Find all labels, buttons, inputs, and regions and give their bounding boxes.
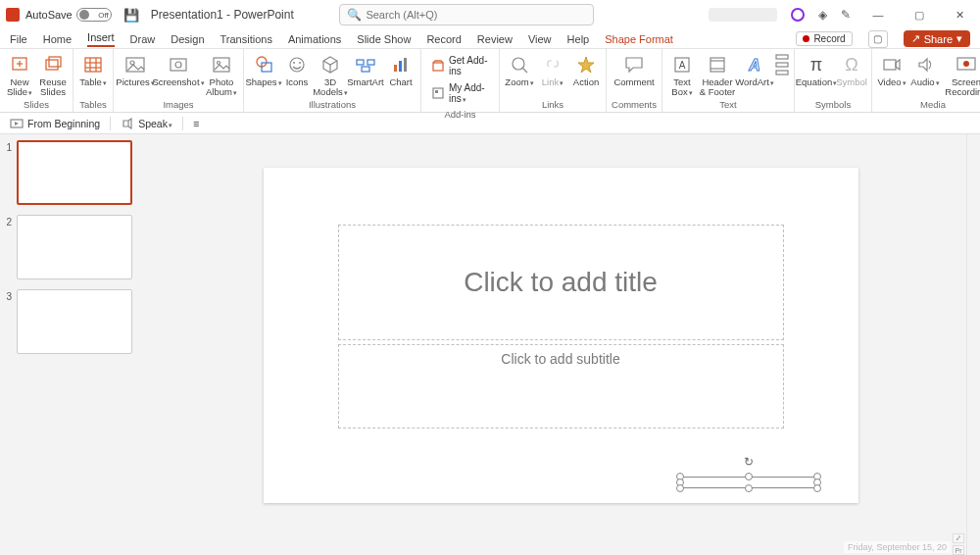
diamond-icon[interactable]: ◈ [818, 8, 827, 22]
icons-button[interactable]: Icons [280, 51, 314, 87]
tab-design[interactable]: Design [171, 33, 204, 45]
zoom-icon [510, 54, 529, 76]
speak-button[interactable]: Speak [121, 118, 172, 129]
present-dropdown-button[interactable]: ▢ [868, 30, 888, 48]
slide-thumbnail-panel[interactable]: 1 2 3 [0, 134, 155, 555]
search-input[interactable] [339, 4, 594, 25]
tab-draw[interactable]: Draw [130, 33, 156, 45]
chart-button[interactable]: Chart [384, 51, 417, 87]
thumbnail-2[interactable]: 2 [4, 215, 147, 279]
svg-point-20 [299, 62, 301, 64]
zoom-button[interactable]: Zoom [503, 51, 536, 87]
equation-button[interactable]: π Equation [798, 51, 835, 87]
slide-editor[interactable]: Click to add title Click to add subtitle… [155, 134, 966, 555]
vertical-scrollbar[interactable] [966, 134, 980, 555]
user-avatar-icon[interactable] [791, 8, 805, 22]
group-media: Video Audio ScreenRecording Media [872, 49, 980, 112]
tab-transitions[interactable]: Transitions [220, 33, 272, 45]
resize-handle[interactable] [676, 484, 684, 492]
svg-marker-46 [919, 59, 927, 71]
selected-shape[interactable]: ↻ [680, 477, 817, 488]
3d-models-button[interactable]: 3DModels [314, 51, 347, 97]
thumbnail-1[interactable]: 1 [4, 140, 147, 205]
resize-handle[interactable] [813, 484, 821, 492]
from-beginning-button[interactable]: From Beginning [10, 118, 100, 129]
qat-overflow-button[interactable]: ≡ [193, 118, 199, 129]
text-box-button[interactable]: A TextBox [665, 51, 699, 97]
svg-rect-23 [357, 60, 364, 65]
tab-home[interactable]: Home [43, 33, 72, 45]
header-footer-button[interactable]: Header& Footer [699, 51, 736, 97]
group-images: Pictures Screenshot PhotoAlbum Images [114, 49, 244, 112]
svg-point-48 [963, 61, 969, 67]
svg-point-11 [130, 61, 134, 65]
action-button[interactable]: Action [569, 51, 603, 87]
audio-icon [915, 54, 935, 76]
slide-thumb-1[interactable] [17, 140, 132, 205]
share-button[interactable]: ↗ Share ▾ [904, 30, 970, 47]
rotate-handle-icon[interactable]: ↻ [744, 455, 754, 469]
text-more-button[interactable] [773, 51, 791, 76]
thumbnail-3[interactable]: 3 [4, 289, 147, 354]
window-restore-button[interactable]: ▢ [906, 5, 933, 25]
my-addins-button[interactable]: My Add-ins [428, 81, 492, 105]
pictures-button[interactable]: Pictures [117, 51, 154, 87]
reuse-slides-button[interactable]: ReuseSlides [36, 51, 70, 97]
video-icon [882, 54, 902, 76]
text-box-icon: A [672, 54, 692, 76]
slide-canvas[interactable]: Click to add title Click to add subtitle… [264, 168, 858, 503]
table-button[interactable]: Table [76, 51, 110, 87]
comment-button[interactable]: Comment [610, 51, 659, 87]
zoom-fit-icon[interactable]: ⤢ [953, 533, 964, 543]
audio-button[interactable]: Audio [908, 51, 942, 87]
save-icon[interactable]: 💾 [123, 8, 139, 23]
video-button[interactable]: Video [875, 51, 908, 87]
svg-text:A: A [679, 60, 686, 71]
resize-handle[interactable] [745, 484, 753, 492]
group-symbols: π Equation Ω Symbol Symbols [795, 49, 872, 112]
svg-rect-28 [404, 58, 407, 72]
symbol-button[interactable]: Ω Symbol [835, 51, 868, 87]
svg-rect-25 [362, 67, 369, 72]
footer-date: Friday, September 15, 20 [844, 541, 951, 553]
get-addins-button[interactable]: Get Add-ins [428, 54, 492, 77]
window-close-button[interactable]: ✕ [947, 5, 974, 25]
screen-recording-button[interactable]: ScreenRecording [942, 51, 980, 97]
window-minimize-button[interactable]: ― [864, 5, 892, 25]
sparkle-icon[interactable]: ✎ [841, 8, 851, 22]
chart-icon [391, 54, 411, 76]
tab-view[interactable]: View [528, 33, 552, 45]
group-slides: NewSlide ReuseSlides Slides [0, 49, 74, 112]
slide-thumb-3[interactable] [17, 289, 132, 354]
smartart-icon [355, 54, 376, 76]
tab-file[interactable]: File [10, 33, 27, 45]
slide-thumb-2[interactable] [17, 215, 132, 279]
document-title: Presentation1 - PowerPoint [151, 8, 294, 22]
smartart-button[interactable]: SmartArt [347, 51, 384, 87]
subtitle-placeholder[interactable]: Click to add subtitle [338, 344, 784, 429]
new-slide-button[interactable]: NewSlide [3, 51, 36, 97]
screenshot-icon [168, 54, 189, 76]
record-button[interactable]: Record [796, 31, 852, 46]
tab-animations[interactable]: Animations [288, 33, 341, 45]
autosave-toggle[interactable]: Off [76, 8, 112, 22]
wordart-button[interactable]: A WordArt [736, 51, 773, 87]
group-comments: Comment Comments [607, 49, 662, 112]
group-links: Zoom Link Action Links [500, 49, 607, 112]
tab-insert[interactable]: Insert [87, 31, 115, 47]
title-placeholder[interactable]: Click to add title [338, 225, 784, 340]
tab-shape-format[interactable]: Shape Format [605, 33, 673, 45]
share-icon: ↗ [911, 32, 920, 45]
link-button[interactable]: Link [536, 51, 569, 87]
tab-review[interactable]: Review [477, 33, 513, 45]
tab-record[interactable]: Record [426, 33, 461, 45]
tab-help[interactable]: Help [567, 33, 590, 45]
tab-slideshow[interactable]: Slide Show [357, 33, 411, 45]
group-illustrations: Shapes Icons 3DModels SmartArt Chart Ill… [244, 49, 421, 112]
screenshot-button[interactable]: Screenshot [154, 51, 203, 87]
shapes-button[interactable]: Shapes [247, 51, 280, 87]
zoom-widgets[interactable]: ⤢ Pr [953, 533, 964, 555]
resize-handle[interactable] [745, 473, 753, 480]
workspace: 1 2 3 Click to add title Click to add su… [0, 134, 980, 555]
photo-album-button[interactable]: PhotoAlbum [203, 51, 240, 97]
